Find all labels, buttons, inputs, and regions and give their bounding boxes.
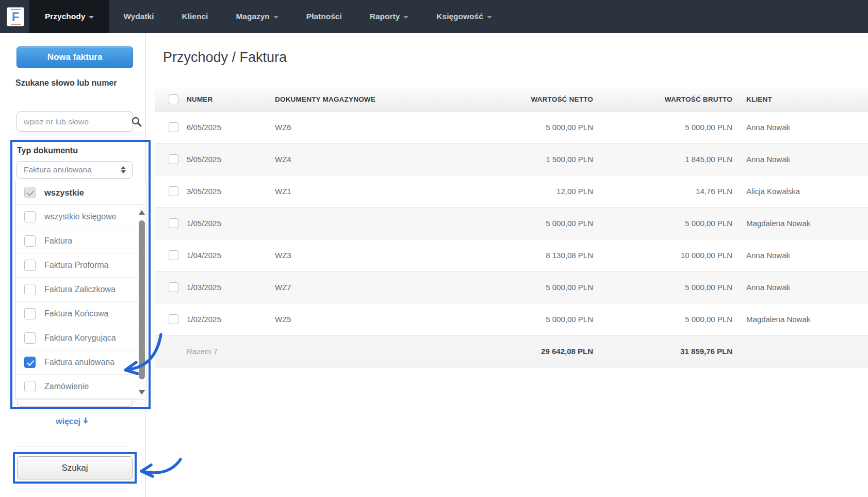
nav-item-klienci[interactable]: Klienci [168,0,222,33]
cell-netto: 5 000,00 PLN [444,123,593,132]
column-header-netto[interactable]: WARTOŚĆ NETTO [444,95,593,103]
checkbox-unchecked[interactable] [24,284,36,295]
row-checkbox[interactable] [169,218,178,228]
checkbox-unchecked[interactable] [24,381,36,392]
chevron-down-icon [273,16,279,19]
nav-item-label: Wydatki [123,12,154,21]
cell-brutto: 5 000,00 PLN [593,315,732,324]
search-icon[interactable] [131,116,142,127]
logo-red-accent-top [11,9,21,10]
table-row[interactable]: 1/04/2025 WZ3 8 130,08 PLN 10 000,00 PLN… [155,239,868,271]
down-arrow-icon [83,417,89,426]
search-button[interactable]: Szukaj [17,456,133,479]
nav-items: Przychody Wydatki Klienci Magazyn Płatno… [29,0,506,33]
row-checkbox[interactable] [169,154,178,164]
cell-numer[interactable]: 1/02/2025 [187,315,275,324]
select-updown-icon [121,166,126,173]
cell-dokumenty: WZ3 [275,251,444,260]
checkbox-unchecked[interactable] [24,211,36,222]
table-row[interactable]: 1/05/2025 5 000,00 PLN 5 000,00 PLN Magd… [155,207,868,239]
nav-item-przychody[interactable]: Przychody [29,0,109,33]
chevron-down-icon [89,16,94,19]
cell-klient[interactable]: Anna Nowak [732,155,868,164]
new-invoice-button[interactable]: Nowa faktura [17,46,133,68]
nav-item-platnosci[interactable]: Płatności [292,0,356,33]
column-header-brutto[interactable]: WARTOŚĆ BRUTTO [593,95,732,103]
checkbox-unchecked[interactable] [24,332,36,344]
cell-klient[interactable]: Alicja Kowalska [732,187,868,196]
doc-type-label: Typ dokumentu [17,146,78,155]
total-brutto: 31 859,76 PLN [593,347,732,356]
nav-item-magazyn[interactable]: Magazyn [222,0,292,33]
doc-type-option-faktura-koncowa[interactable]: Faktura Końcowa [16,302,146,326]
cell-klient[interactable]: Anna Nowak [732,123,868,132]
dropdown-scrollbar[interactable] [138,205,146,399]
filter-sidebar: Nowa faktura Szukane słowo lub numer Typ… [0,33,146,497]
row-checkbox[interactable] [169,250,178,260]
doc-type-option-faktura-proforma[interactable]: Faktura Proforma [16,253,146,278]
sidebar-divider [15,446,130,446]
cell-brutto: 5 000,00 PLN [593,283,732,292]
cell-numer[interactable]: 5/05/2025 [187,155,275,164]
cell-netto: 12,00 PLN [444,187,593,196]
table-row[interactable]: 1/03/2025 WZ7 5 000,00 PLN 5 000,00 PLN … [155,271,868,303]
cell-brutto: 5 000,00 PLN [593,219,732,228]
table-row[interactable]: 3/05/2025 WZ1 12,00 PLN 14,76 PLN Alicja… [155,175,868,207]
cell-klient[interactable]: Magdalena Nowak [732,219,868,228]
doc-type-option-faktura-zaliczkowa[interactable]: Faktura Zaliczkowa [16,278,146,302]
nav-item-raporty[interactable]: Raporty [356,0,423,33]
nav-item-label: Magazyn [236,12,269,21]
cell-dokumenty: WZ1 [275,187,444,196]
cell-dokumenty: WZ4 [275,155,444,164]
cell-dokumenty: WZ7 [275,283,444,292]
doc-type-option-faktura-korygujaca[interactable]: Faktura Korygująca [16,326,146,350]
scrollbar-thumb[interactable] [139,220,145,379]
total-count-label: Razem 7 [187,347,275,356]
select-all-checkbox[interactable] [169,94,178,104]
nav-item-ksiegowosc[interactable]: Księgowość [422,0,505,33]
column-header-klient[interactable]: KLIENT [732,95,868,103]
doc-type-option-zamowienie[interactable]: Zamówienie [16,375,146,399]
cell-klient[interactable]: Magdalena Nowak [732,315,868,324]
cell-numer[interactable]: 1/03/2025 [187,283,275,292]
app-logo[interactable]: F [7,7,24,26]
scrollbar-up-arrow-icon[interactable] [139,210,145,215]
doc-type-option-wszystkie[interactable]: wszystkie [16,181,146,205]
doc-type-option-faktura[interactable]: Faktura [16,229,146,253]
checkbox-unchecked[interactable] [24,308,36,319]
row-checkbox[interactable] [169,282,178,292]
checkbox-checked[interactable] [24,357,36,368]
cell-numer[interactable]: 3/05/2025 [187,187,275,196]
more-link[interactable]: więcej [0,417,144,426]
row-checkbox[interactable] [169,122,178,132]
column-header-dokumenty[interactable]: DOKUMENTY MAGAZYNOWE [275,95,444,103]
cell-numer[interactable]: 1/05/2025 [187,219,275,228]
cell-brutto: 5 000,00 PLN [593,123,732,132]
checkbox-unchecked[interactable] [24,235,36,247]
table-header-row: NUMER DOKUMENTY MAGAZYNOWE WARTOŚĆ NETTO… [155,88,868,111]
cell-netto: 5 000,00 PLN [444,315,593,324]
table-row[interactable]: 5/05/2025 WZ4 1 500,00 PLN 1 845,00 PLN … [155,143,868,175]
doc-type-option-wszystkie-ksiegowe[interactable]: wszystkie księgowe [16,205,146,229]
nav-item-label: Klienci [182,12,208,21]
table-footer-row: Razem 7 29 642,08 PLN 31 859,76 PLN [155,335,868,367]
checkbox-checked-disabled[interactable] [24,187,36,198]
cell-numer[interactable]: 1/04/2025 [187,251,275,260]
cell-klient[interactable]: Anna Nowak [732,283,868,292]
checkbox-unchecked[interactable] [24,260,36,271]
cell-numer[interactable]: 6/05/2025 [187,123,275,132]
row-checkbox[interactable] [169,314,178,324]
table-row[interactable]: 6/05/2025 WZ6 5 000,00 PLN 5 000,00 PLN … [155,111,868,143]
cell-klient[interactable]: Anna Nowak [732,251,868,260]
nav-item-label: Płatności [306,12,342,21]
scrollbar-down-arrow-icon[interactable] [139,390,145,395]
table-row[interactable]: 1/02/2025 WZ5 5 000,00 PLN 5 000,00 PLN … [155,303,868,335]
cell-brutto: 14,76 PLN [593,187,732,196]
app-window: F Przychody Wydatki Klienci Magazyn Płat… [0,0,868,497]
search-input[interactable] [17,117,131,126]
doc-type-select[interactable]: Faktura anulowana [17,161,133,179]
nav-item-wydatki[interactable]: Wydatki [109,0,168,33]
doc-type-option-faktura-anulowana[interactable]: Faktura anulowana [16,350,146,375]
row-checkbox[interactable] [169,186,178,196]
column-header-numer[interactable]: NUMER [187,95,275,103]
